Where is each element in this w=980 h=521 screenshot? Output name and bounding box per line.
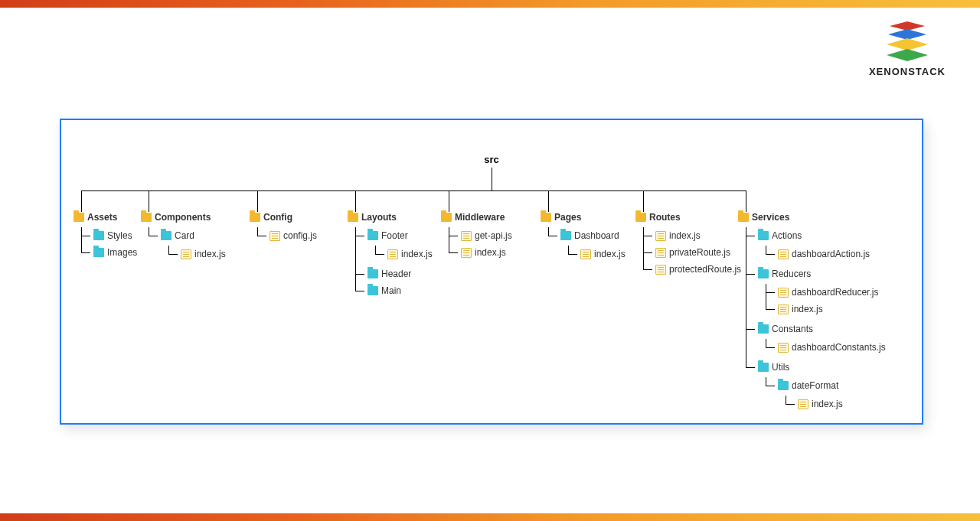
folder-icon <box>74 213 84 222</box>
node-label: index.js <box>812 399 843 409</box>
folder-node: Card <box>161 230 226 241</box>
file-icon <box>461 248 472 258</box>
tree-item: ActionsdashboardAction.js <box>741 227 886 265</box>
file-node: index.js <box>655 230 741 241</box>
folder-node: Utils <box>758 362 886 373</box>
brand-logo-icon <box>885 21 929 61</box>
tree-column: ComponentsCardindex.js <box>141 190 226 265</box>
node-label: Assets <box>87 212 117 223</box>
tree-item: protectedRoute.js <box>639 261 741 278</box>
folder-node: Reducers <box>758 269 886 279</box>
file-icon <box>778 304 789 314</box>
file-node: privateRoute.js <box>655 247 741 258</box>
tree-item: UtilsdateFormatindex.js <box>741 359 886 418</box>
svg-marker-1 <box>888 29 926 40</box>
column-root-folder: Middleware <box>441 212 512 223</box>
node-label: privateRoute.js <box>669 247 730 258</box>
tree-item: index.js <box>639 227 741 244</box>
tree-item: index.js <box>781 396 886 412</box>
folder-icon <box>635 213 646 222</box>
tree-column: Configconfig.js <box>250 190 317 244</box>
tree-item: config.js <box>253 227 317 244</box>
folder-icon <box>161 231 172 240</box>
tree-column: AssetsStylesImages <box>74 190 137 261</box>
node-label: Images <box>107 247 137 258</box>
tree-column: Routesindex.jsprivateRoute.jsprotectedRo… <box>635 190 741 278</box>
folder-node: Constants <box>758 324 886 334</box>
node-label: Reducers <box>772 269 811 279</box>
folder-icon <box>758 269 769 278</box>
column-root-folder: Components <box>141 212 226 223</box>
brand-block: XENONSTACK <box>869 21 946 77</box>
folder-icon <box>250 213 260 222</box>
column-root-folder: Routes <box>635 212 741 223</box>
node-label: protectedRoute.js <box>669 264 741 275</box>
node-label: Pages <box>554 212 581 223</box>
column-drop-line <box>149 190 149 212</box>
node-label: index.js <box>475 247 506 258</box>
file-icon <box>270 231 280 241</box>
node-label: Header <box>381 269 411 279</box>
file-icon <box>778 249 789 259</box>
tree-item: Footerindex.js <box>351 227 433 265</box>
node-label: dateFormat <box>792 380 838 391</box>
brand-name: XENONSTACK <box>869 66 946 77</box>
column-drop-line <box>548 190 549 212</box>
tree-column: PagesDashboardindex.js <box>541 190 626 265</box>
node-label: dashboardConstants.js <box>792 342 886 353</box>
tree-column: LayoutsFooterindex.jsHeaderMain <box>348 190 433 299</box>
folder-icon <box>368 286 378 295</box>
tree-item: index.js <box>444 244 512 261</box>
diagram-card: src AssetsStylesImagesComponentsCardinde… <box>60 119 923 425</box>
folder-icon <box>348 213 358 222</box>
node-label: Constants <box>772 324 813 334</box>
column-root-folder: Layouts <box>348 212 433 223</box>
node-label: Utils <box>772 362 789 373</box>
node-label: Config <box>263 212 292 223</box>
node-label: Dashboard <box>574 230 619 241</box>
file-node: index.js <box>387 249 433 259</box>
bottom-gradient-bar <box>0 513 980 521</box>
folder-icon <box>368 269 378 278</box>
file-node: index.js <box>778 304 886 314</box>
file-node: index.js <box>798 399 886 409</box>
folder-icon <box>758 231 769 240</box>
tree-item: index.js <box>371 246 433 262</box>
folder-icon <box>738 213 749 222</box>
node-label: Routes <box>649 212 681 223</box>
file-node: protectedRoute.js <box>655 264 741 275</box>
folder-node: Dashboard <box>560 230 626 241</box>
tree-item: Styles <box>77 227 137 244</box>
folder-icon <box>758 324 769 334</box>
column-drop-line <box>746 190 746 212</box>
tree-item: index.js <box>164 246 226 262</box>
file-icon <box>580 249 591 259</box>
folder-icon <box>93 248 104 257</box>
file-icon <box>778 343 789 353</box>
file-icon <box>655 248 666 258</box>
folder-icon <box>93 231 104 240</box>
folder-node: Main <box>368 285 433 296</box>
file-node: dashboardReducer.js <box>778 287 886 298</box>
tree-item: dashboardReducer.js <box>761 284 886 301</box>
column-drop-line <box>257 190 258 212</box>
folder-icon <box>368 231 378 240</box>
node-label: Layouts <box>361 212 397 223</box>
file-node: dashboardConstants.js <box>778 342 886 353</box>
file-node: get-api.js <box>461 230 512 241</box>
node-label: index.js <box>594 249 626 259</box>
node-label: index.js <box>401 249 433 259</box>
svg-marker-2 <box>887 38 928 50</box>
node-label: Footer <box>381 230 408 241</box>
column-root-folder: Pages <box>541 212 626 223</box>
column-drop-line <box>81 190 82 212</box>
tree-item: privateRoute.js <box>639 244 741 261</box>
column-drop-line <box>643 190 644 212</box>
column-root-folder: Services <box>738 212 886 223</box>
node-label: Components <box>155 212 211 223</box>
file-node: index.js <box>580 249 626 259</box>
tree-item: ReducersdashboardReducer.jsindex.js <box>741 265 886 321</box>
node-label: Services <box>752 212 789 223</box>
file-node: config.js <box>270 230 317 241</box>
folder-icon <box>541 213 551 222</box>
